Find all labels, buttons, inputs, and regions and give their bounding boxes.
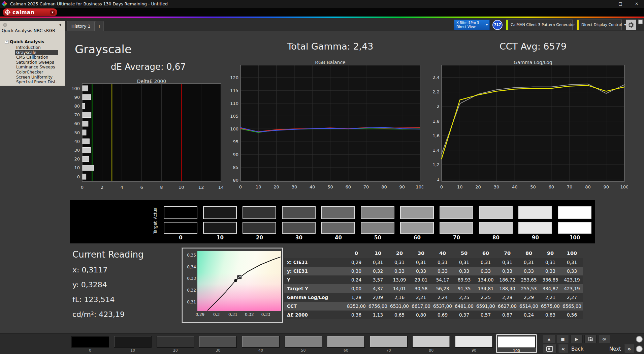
add-tab-button[interactable]: + — [95, 21, 104, 31]
table-cell: 0,33 — [432, 267, 453, 275]
sidebar-root-node[interactable]: Quick Analysis — [10, 39, 44, 44]
tree-expander-icon[interactable]: − — [5, 40, 8, 44]
meter-name: X-Rite i1Pro 3 — [456, 21, 479, 25]
calman-menu-button[interactable]: calman ▼ — [3, 8, 57, 16]
link-button[interactable]: ∞ — [598, 335, 610, 343]
patch-level-label: 90 — [516, 235, 555, 241]
back-chevron-button[interactable]: « — [558, 345, 568, 353]
next-chevron-button[interactable]: » — [624, 345, 634, 353]
meter-status-badge[interactable]: 717 — [492, 20, 503, 30]
settings-button[interactable] — [626, 20, 636, 30]
pattern-swatch — [114, 336, 152, 348]
actual-patch — [558, 206, 591, 219]
eject-button[interactable]: ▲ — [543, 335, 555, 343]
target-patch — [243, 222, 276, 234]
pattern-button-30[interactable]: 30 — [198, 334, 238, 353]
sidebar-item-luminance-sweeps[interactable]: Luminance Sweeps — [15, 65, 58, 70]
status-indicator-bottom[interactable] — [636, 346, 643, 352]
pattern-button-60[interactable]: 60 — [326, 334, 366, 353]
table-cell: 336,85 — [540, 275, 561, 284]
patch-level-label: 0 — [161, 235, 200, 241]
table-cell: 6537,00 — [432, 302, 453, 311]
play-button[interactable]: ▶ — [571, 335, 583, 343]
target-patch — [282, 222, 316, 234]
display-control-selector[interactable]: Direct Display Control ▼ — [577, 20, 622, 30]
close-button[interactable]: × — [629, 0, 644, 8]
pattern-button-10[interactable]: 10 — [112, 334, 153, 353]
page-title: Grayscale — [75, 42, 132, 56]
back-button[interactable]: Back — [570, 346, 585, 352]
svg-text:90: 90 — [74, 95, 80, 100]
table-cell: 0,80 — [410, 311, 432, 319]
table-cell: 2,21 — [410, 293, 432, 302]
patch-level-label: 70 — [437, 235, 476, 241]
table-cell: 6531,00 — [389, 302, 410, 311]
meter-selector[interactable]: X-Rite i1Pro 3 Direct View ▼ — [454, 20, 490, 30]
maximize-button[interactable]: □ — [613, 0, 628, 8]
target-patch — [164, 222, 197, 234]
target-patch — [361, 222, 394, 234]
svg-text:2,2: 2,2 — [432, 89, 440, 94]
svg-text:100: 100 — [620, 184, 628, 189]
svg-text:0: 0 — [77, 174, 80, 179]
table-cell: 134,00 — [475, 275, 496, 284]
sidebar-item-colorchecker[interactable]: ColorChecker — [15, 70, 58, 75]
row-label: y: CIE31 — [284, 267, 346, 275]
table-row-y-cie31: y: CIE310,300,320,330,330,330,330,330,33… — [284, 267, 583, 275]
sidebar-item-screen-uniformity[interactable]: Screen Uniformity — [15, 75, 58, 80]
pattern-generator-label: CalMAN Client 3 Pattern Generator — [508, 23, 577, 27]
pattern-button-90[interactable]: 90 — [453, 334, 494, 353]
pattern-window-button[interactable] — [543, 345, 556, 353]
table-row-x-cie31: x: CIE310,290,310,310,310,310,310,310,31… — [284, 258, 583, 267]
next-button[interactable]: Next — [608, 346, 622, 352]
minimize-button[interactable]: — — [597, 0, 612, 8]
tab-history-1[interactable]: History 1 — [67, 21, 95, 31]
toolbar-overflow-button[interactable] — [638, 20, 643, 24]
table-cell: 6565,00 — [561, 302, 583, 311]
table-cell: 0,31 — [453, 258, 475, 267]
display-control-label: Direct Display Control — [579, 23, 624, 27]
pin-button[interactable] — [3, 23, 7, 27]
svg-text:40: 40 — [512, 184, 518, 189]
pattern-button-50[interactable]: 50 — [283, 334, 324, 353]
svg-text:0: 0 — [239, 184, 242, 189]
svg-text:40: 40 — [310, 184, 315, 189]
table-cell: 0,33 — [410, 267, 432, 275]
sidebar-item-cms-calibration[interactable]: CMS Calibration — [15, 55, 58, 60]
collapse-sidebar-button[interactable]: ◀ — [57, 22, 63, 27]
stop-button[interactable]: ■ — [557, 335, 569, 343]
save-button[interactable] — [584, 335, 597, 343]
patch-level-label: 10 — [200, 235, 240, 241]
sidebar-item-introduction[interactable]: Introduction — [15, 45, 58, 50]
actual-patch — [361, 206, 394, 219]
sidebar-item-grayscale[interactable]: Grayscale — [15, 50, 58, 55]
grayscale-patch-slot-20: 20 — [240, 200, 279, 243]
pattern-swatch — [157, 336, 194, 348]
table-cell: 2,25 — [475, 293, 496, 302]
actual-patch — [203, 206, 237, 219]
svg-text:10: 10 — [74, 165, 80, 170]
pattern-button-100[interactable]: 100 — [496, 334, 537, 353]
pattern-swatch — [412, 336, 450, 348]
svg-text:2: 2 — [101, 185, 103, 190]
patch-level-label: 20 — [240, 235, 279, 241]
pattern-generator-selector[interactable]: CalMAN Client 3 Pattern Generator ▼ — [506, 20, 573, 30]
pattern-button-20[interactable]: 20 — [155, 334, 196, 353]
sidebar-item-saturation-sweeps[interactable]: Saturation Sweeps — [15, 60, 58, 65]
svg-text:100: 100 — [230, 126, 238, 131]
column-header: 50 — [453, 248, 475, 258]
svg-text:70: 70 — [74, 112, 80, 117]
sidebar-item-spectral-power-dist[interactable]: Spectral Power Dist. — [15, 80, 58, 85]
svg-text:30: 30 — [494, 184, 500, 189]
target-patch — [479, 222, 513, 234]
column-header: 20 — [389, 248, 410, 258]
window-title: Calman 2025 Calman Ultimate for Business… — [10, 1, 168, 6]
pattern-swatch — [327, 336, 365, 348]
svg-text:60: 60 — [346, 184, 351, 189]
pattern-button-0[interactable]: 0 — [70, 334, 110, 353]
pattern-button-80[interactable]: 80 — [411, 334, 452, 353]
pattern-button-70[interactable]: 70 — [368, 334, 409, 353]
pattern-button-40[interactable]: 40 — [240, 334, 281, 353]
app-icon — [2, 1, 7, 7]
status-indicator-top[interactable] — [636, 336, 643, 343]
